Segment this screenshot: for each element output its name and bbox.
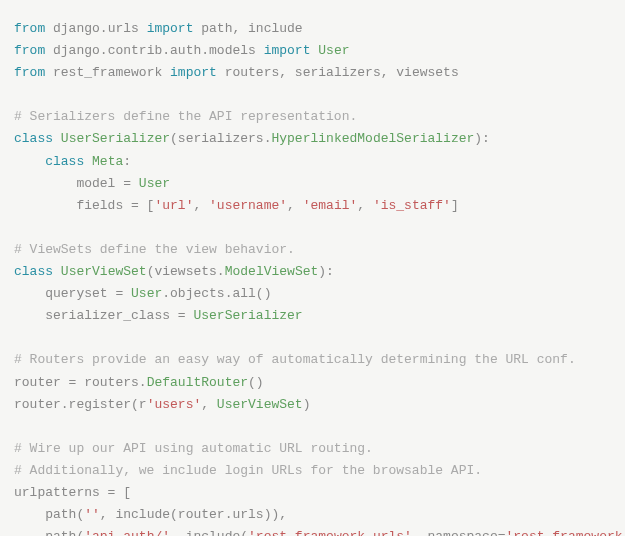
code-line: serializer_class = UserSerializer: [14, 305, 611, 327]
code-token-plain: ):: [474, 131, 490, 146]
code-line: [14, 84, 611, 106]
code-token-plain: ,: [193, 198, 209, 213]
code-token-plain: django.contrib.auth.models: [45, 43, 263, 58]
code-line: class Meta:: [14, 151, 611, 173]
code-token-kw: import: [170, 65, 217, 80]
code-token-kw: import: [264, 43, 311, 58]
code-token-cls: UserViewSet: [217, 397, 303, 412]
code-line: [14, 217, 611, 239]
code-line: class UserSerializer(serializers.Hyperli…: [14, 128, 611, 150]
code-token-cls: User: [318, 43, 349, 58]
code-token-cmt: # Additionally, we include login URLs fo…: [14, 463, 482, 478]
code-token-plain: ,: [201, 397, 217, 412]
code-token-cls: DefaultRouter: [147, 375, 248, 390]
code-line: fields = ['url', 'username', 'email', 'i…: [14, 195, 611, 217]
code-token-plain: model =: [14, 176, 139, 191]
code-line: path('api-auth/', include('rest_framewor…: [14, 526, 611, 536]
code-token-plain: path, include: [193, 21, 302, 36]
code-line: class UserViewSet(viewsets.ModelViewSet)…: [14, 261, 611, 283]
code-line: # Serializers define the API representat…: [14, 106, 611, 128]
code-line: from django.contrib.auth.models import U…: [14, 40, 611, 62]
code-token-plain: router.register(r: [14, 397, 147, 412]
code-token-kw: class: [14, 131, 53, 146]
code-token-plain: ,: [357, 198, 373, 213]
code-token-str: 'api-auth/': [84, 529, 170, 536]
code-token-kw: from: [14, 43, 45, 58]
code-token-plain: ,: [287, 198, 303, 213]
code-token-cls: User: [139, 176, 170, 191]
code-token-cls: UserSerializer: [193, 308, 302, 323]
code-token-plain: ]: [451, 198, 459, 213]
code-token-cls: UserSerializer: [61, 131, 170, 146]
code-block: from django.urls import path, includefro…: [14, 18, 611, 536]
code-token-kw: import: [147, 21, 194, 36]
code-token-plain: urlpatterns = [: [14, 485, 131, 500]
code-line: [14, 327, 611, 349]
code-line: router = routers.DefaultRouter(): [14, 372, 611, 394]
code-line: # Routers provide an easy way of automat…: [14, 349, 611, 371]
code-token-plain: serializer_class =: [14, 308, 193, 323]
code-line: from rest_framework import routers, seri…: [14, 62, 611, 84]
code-token-plain: queryset =: [14, 286, 131, 301]
code-token-str: 'users': [147, 397, 202, 412]
code-token-cmt: # Wire up our API using automatic URL ro…: [14, 441, 373, 456]
code-token-plain: fields = [: [14, 198, 154, 213]
code-token-plain: ): [303, 397, 311, 412]
code-line: router.register(r'users', UserViewSet): [14, 394, 611, 416]
code-token-plain: [53, 131, 61, 146]
code-line: [14, 416, 611, 438]
code-line: # ViewSets define the view behavior.: [14, 239, 611, 261]
code-token-cls: HyperlinkedModelSerializer: [271, 131, 474, 146]
code-token-plain: , namespace=: [412, 529, 506, 536]
code-token-cls: UserViewSet: [61, 264, 147, 279]
code-token-plain: django.urls: [45, 21, 146, 36]
code-token-plain: (): [248, 375, 264, 390]
code-token-plain: (serializers.: [170, 131, 271, 146]
code-token-kw: class: [45, 154, 84, 169]
code-token-cmt: # Routers provide an easy way of automat…: [14, 352, 576, 367]
code-token-str: '': [84, 507, 100, 522]
code-line: from django.urls import path, include: [14, 18, 611, 40]
code-token-str: 'rest_framework.urls': [248, 529, 412, 536]
code-token-kw: from: [14, 21, 45, 36]
code-token-plain: router = routers.: [14, 375, 147, 390]
code-token-plain: rest_framework: [45, 65, 170, 80]
code-token-str: 'email': [303, 198, 358, 213]
code-token-plain: routers, serializers, viewsets: [217, 65, 459, 80]
code-token-kw: class: [14, 264, 53, 279]
code-token-plain: (viewsets.: [147, 264, 225, 279]
code-token-plain: path(: [14, 507, 84, 522]
code-token-str: 'url': [154, 198, 193, 213]
code-token-cls: ModelViewSet: [225, 264, 319, 279]
code-token-plain: [53, 264, 61, 279]
code-token-str: 'rest_framework': [506, 529, 625, 536]
code-token-cls: Meta: [92, 154, 123, 169]
code-token-cmt: # Serializers define the API representat…: [14, 109, 357, 124]
code-token-plain: , include(: [170, 529, 248, 536]
code-token-plain: path(: [14, 529, 84, 536]
code-line: urlpatterns = [: [14, 482, 611, 504]
code-token-plain: ):: [318, 264, 334, 279]
code-token-kw: from: [14, 65, 45, 80]
code-token-cls: User: [131, 286, 162, 301]
code-token-cmt: # ViewSets define the view behavior.: [14, 242, 295, 257]
code-token-str: 'is_staff': [373, 198, 451, 213]
code-token-plain: [14, 154, 45, 169]
code-token-plain: [84, 154, 92, 169]
code-line: # Additionally, we include login URLs fo…: [14, 460, 611, 482]
code-token-plain: , include(router.urls)),: [100, 507, 287, 522]
code-token-str: 'username': [209, 198, 287, 213]
code-token-plain: .objects.all(): [162, 286, 271, 301]
code-line: model = User: [14, 173, 611, 195]
code-token-plain: :: [123, 154, 131, 169]
code-line: queryset = User.objects.all(): [14, 283, 611, 305]
code-line: path('', include(router.urls)),: [14, 504, 611, 526]
code-line: # Wire up our API using automatic URL ro…: [14, 438, 611, 460]
